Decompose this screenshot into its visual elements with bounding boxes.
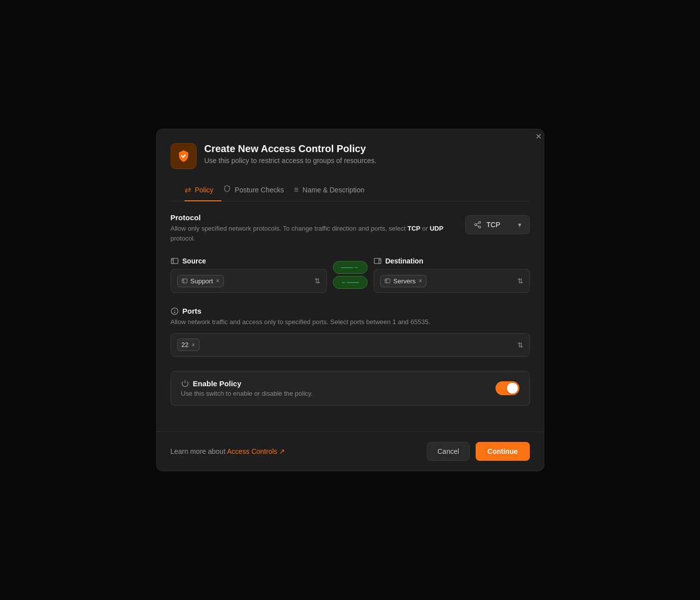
svg-rect-6 (182, 279, 187, 283)
continue-button[interactable]: Continue (476, 442, 530, 461)
forward-arrow-icon: ——→ (341, 264, 359, 271)
arrow-connector: ——→ ←—— (333, 261, 368, 289)
modal-footer: Learn more about Access Controls ↗ Cance… (157, 431, 544, 471)
destination-tags: Servers × (380, 275, 427, 287)
tab-name-label: Name & Description (302, 186, 365, 194)
posture-tab-icon (223, 185, 231, 194)
port-tag-close[interactable]: × (192, 342, 195, 348)
protocol-chevron-icon: ▾ (518, 221, 521, 229)
source-label: Source (171, 257, 327, 265)
destination-tag-servers: Servers × (380, 275, 427, 287)
close-button[interactable]: × (534, 129, 544, 143)
source-tag-support: Support × (177, 275, 224, 287)
protocol-desc-text3: protocol. (171, 235, 196, 242)
enable-policy-info: Enable Policy Use this switch to enable … (181, 379, 313, 397)
source-input[interactable]: Support × ⇅ (171, 269, 327, 293)
ports-desc: Allow network traffic and access only to… (171, 317, 530, 327)
modal-overlay: Create New Access Control Policy Use thi… (0, 0, 700, 600)
ports-title: Ports (171, 307, 530, 315)
source-tag-text: Support (191, 277, 213, 285)
forward-arrow: ——→ (333, 261, 368, 274)
destination-section: Destination Servers × (374, 257, 530, 293)
footer-learn: Learn more about Access Controls ↗ (171, 447, 286, 455)
protocol-desc-text1: Allow only specified network protocols. … (171, 225, 407, 232)
destination-tag-close[interactable]: × (418, 278, 422, 284)
destination-label: Destination (374, 257, 530, 265)
shield-icon (177, 149, 191, 163)
svg-line-3 (476, 225, 479, 227)
footer-actions: Cancel Continue (427, 442, 529, 461)
source-dest-row: Source Support × (171, 257, 530, 293)
protocol-desc: Allow only specified network protocols. … (171, 224, 455, 243)
source-tag-close[interactable]: × (216, 278, 219, 284)
svg-point-0 (479, 222, 481, 224)
ports-input[interactable]: 22 × ⇅ (171, 333, 530, 357)
modal-title-text: Create New Access Control Policy Use thi… (204, 143, 377, 165)
modal: Create New Access Control Policy Use thi… (156, 129, 544, 471)
external-link-icon: ↗ (279, 447, 285, 455)
dest-tag-icon (385, 278, 391, 284)
modal-title-row: Create New Access Control Policy Use thi… (171, 143, 530, 169)
policy-tab-icon: ⇄ (185, 185, 191, 194)
enable-policy-section: Enable Policy Use this switch to enable … (171, 371, 530, 406)
enable-policy-label: Enable Policy (193, 379, 242, 388)
protocol-dropdown[interactable]: TCP ▾ (465, 215, 530, 234)
tab-posture-checks[interactable]: Posture Checks (221, 179, 292, 201)
source-tag-icon (182, 278, 188, 284)
shield-icon-box (171, 143, 197, 169)
ports-chevron-icon[interactable]: ⇅ (517, 341, 523, 349)
svg-rect-5 (171, 258, 178, 264)
destination-tag-text: Servers (394, 277, 416, 285)
tcp-text: TCP (407, 225, 420, 232)
ports-label: Ports (183, 307, 201, 315)
source-tags: Support × (177, 275, 224, 287)
protocol-section: Protocol Allow only specified network pr… (171, 213, 530, 243)
enable-policy-desc: Use this switch to enable or disable the… (181, 390, 313, 397)
access-controls-link[interactable]: Access Controls ↗ (227, 447, 285, 455)
destination-chevron-icon[interactable]: ⇅ (517, 277, 523, 285)
enable-policy-title: Enable Policy (181, 379, 313, 388)
access-controls-link-text: Access Controls (227, 447, 277, 455)
tabs: ⇄ Policy Posture Checks ≡ Name & Descrip… (171, 179, 530, 201)
svg-point-2 (479, 226, 481, 228)
port-tags: 22 × (177, 339, 200, 351)
cancel-button[interactable]: Cancel (427, 442, 470, 461)
svg-rect-8 (385, 279, 390, 283)
share-icon (474, 221, 482, 229)
source-dest-section: Source Support × (171, 257, 530, 293)
name-tab-icon: ≡ (294, 185, 299, 194)
source-section: Source Support × (171, 257, 327, 293)
destination-input[interactable]: Servers × ⇅ (374, 269, 530, 293)
svg-point-1 (475, 224, 477, 226)
svg-rect-7 (374, 258, 381, 264)
modal-subtitle: Use this policy to restrict access to gr… (204, 157, 377, 165)
modal-body: Protocol Allow only specified network pr… (157, 201, 544, 431)
svg-line-4 (476, 223, 479, 225)
enable-policy-toggle[interactable] (496, 381, 519, 395)
source-icon (171, 257, 179, 265)
ports-icon (171, 307, 179, 315)
tab-name-description[interactable]: ≡ Name & Description (292, 179, 373, 201)
port-tag-22: 22 × (177, 339, 200, 351)
protocol-info: Protocol Allow only specified network pr… (171, 213, 455, 243)
modal-header: Create New Access Control Policy Use thi… (157, 129, 544, 201)
power-icon (181, 379, 189, 387)
destination-label-text: Destination (386, 257, 423, 265)
tab-policy-label: Policy (195, 186, 213, 194)
ports-section: Ports Allow network traffic and access o… (171, 307, 530, 357)
destination-icon (374, 257, 382, 265)
source-label-text: Source (183, 257, 206, 265)
backward-arrow-icon: ←—— (341, 279, 359, 286)
protocol-selected-value: TCP (487, 221, 500, 229)
protocol-desc-text2: or (420, 225, 430, 232)
port-value: 22 (182, 341, 189, 348)
udp-text: UDP (430, 225, 443, 232)
tab-posture-label: Posture Checks (235, 186, 284, 194)
enable-policy-box: Enable Policy Use this switch to enable … (171, 371, 530, 406)
modal-title: Create New Access Control Policy (204, 143, 377, 155)
backward-arrow: ←—— (333, 276, 368, 289)
protocol-title: Protocol (171, 213, 455, 222)
source-chevron-icon[interactable]: ⇅ (314, 277, 320, 285)
tab-policy[interactable]: ⇄ Policy (185, 179, 221, 201)
footer-learn-text: Learn more about (171, 447, 227, 455)
